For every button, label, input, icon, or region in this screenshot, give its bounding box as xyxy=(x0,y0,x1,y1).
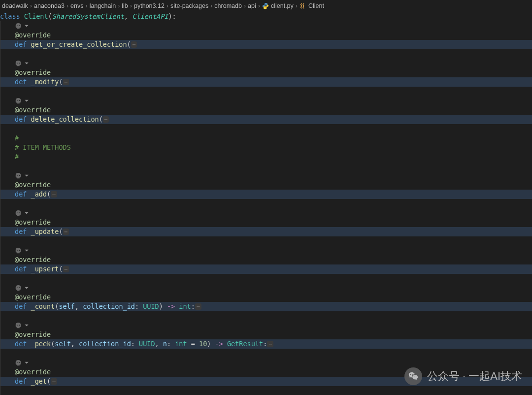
function-name: _upsert xyxy=(31,264,59,274)
chevron-down-icon[interactable] xyxy=(24,173,30,179)
code-line[interactable]: def get_or_create_collection(⋯ xyxy=(0,40,532,49)
code-line[interactable]: def _upsert(⋯ xyxy=(0,264,532,274)
code-line[interactable] xyxy=(0,162,532,171)
code-line[interactable]: def _add(⋯ xyxy=(0,190,532,199)
code-line[interactable] xyxy=(0,199,532,208)
param-collection-id: collection_id xyxy=(83,302,135,311)
code-line[interactable]: class Client(SharedSystemClient, ClientA… xyxy=(0,12,532,21)
chevron-right-icon: › xyxy=(130,2,132,9)
breadcrumb-item[interactable]: deadwalk xyxy=(2,2,28,9)
code-line[interactable] xyxy=(0,59,532,68)
breadcrumb-item[interactable]: anaconda3 xyxy=(34,2,65,9)
fold-ellipsis[interactable]: ⋯ xyxy=(103,116,109,123)
paren: ): xyxy=(168,12,176,21)
chevron-right-icon: › xyxy=(30,2,32,9)
copilot-icon[interactable] xyxy=(15,23,22,30)
code-line[interactable]: @override xyxy=(0,180,532,190)
breadcrumb-item[interactable]: api xyxy=(248,2,256,9)
copilot-icon[interactable] xyxy=(15,247,22,254)
code-line[interactable] xyxy=(0,236,532,246)
code-line[interactable] xyxy=(0,311,532,321)
code-line[interactable]: @override xyxy=(0,105,532,115)
arrow: -> xyxy=(215,339,223,349)
code-line[interactable]: # xyxy=(0,152,532,162)
code-line[interactable] xyxy=(0,274,532,283)
type-int: int xyxy=(179,302,191,311)
fold-ellipsis[interactable]: ⋯ xyxy=(63,266,69,272)
code-line[interactable] xyxy=(0,49,532,59)
copilot-icon[interactable] xyxy=(15,172,22,179)
code-line[interactable]: # ITEM METHODS xyxy=(0,143,532,152)
function-name: _count xyxy=(31,302,55,311)
code-line[interactable] xyxy=(0,321,532,330)
chevron-down-icon[interactable] xyxy=(24,210,30,216)
code-line[interactable]: @override xyxy=(0,31,532,40)
decorator: @override xyxy=(15,68,51,77)
copilot-icon[interactable] xyxy=(15,210,22,217)
breadcrumb-item[interactable]: langchain xyxy=(90,2,116,9)
chevron-right-icon: › xyxy=(118,2,120,9)
decorator: @override xyxy=(15,367,51,377)
code-line[interactable]: @override xyxy=(0,330,532,339)
keyword-def: def xyxy=(15,77,27,87)
fold-ellipsis[interactable]: ⋯ xyxy=(267,341,273,347)
code-line[interactable] xyxy=(0,246,532,255)
fold-ellipsis[interactable]: ⋯ xyxy=(131,41,137,48)
code-line[interactable] xyxy=(0,87,532,96)
code-line[interactable] xyxy=(0,171,532,180)
param-collection-id: collection_id xyxy=(79,339,131,349)
code-line[interactable] xyxy=(0,349,532,358)
breadcrumb-file[interactable]: client.py xyxy=(271,2,294,9)
function-name: delete_collection xyxy=(31,115,99,124)
code-line[interactable]: def _modify(⋯ xyxy=(0,77,532,87)
breadcrumb-item[interactable]: python3.12 xyxy=(134,2,165,9)
code-line[interactable] xyxy=(0,283,532,293)
breadcrumb-item[interactable]: lib xyxy=(122,2,128,9)
copilot-icon[interactable] xyxy=(15,60,22,67)
code-line[interactable]: @override xyxy=(0,68,532,77)
chevron-down-icon[interactable] xyxy=(24,360,30,366)
breadcrumb-item[interactable]: chromadb xyxy=(214,2,242,9)
code-line[interactable] xyxy=(0,96,532,105)
breadcrumb-item[interactable]: envs xyxy=(70,2,83,9)
code-line[interactable]: def _peek(self, collection_id: UUID, n: … xyxy=(0,339,532,349)
space xyxy=(20,12,24,21)
chevron-down-icon[interactable] xyxy=(24,248,30,254)
code-line[interactable]: @override xyxy=(0,255,532,264)
breadcrumb-symbol[interactable]: Client xyxy=(308,2,324,9)
chevron-right-icon: › xyxy=(244,2,246,9)
function-name: _get xyxy=(31,377,47,386)
function-name: _modify xyxy=(31,77,59,87)
fold-ellipsis[interactable]: ⋯ xyxy=(195,303,201,310)
fold-ellipsis[interactable]: ⋯ xyxy=(63,79,69,85)
code-editor[interactable]: class Client(SharedSystemClient, ClientA… xyxy=(0,12,532,395)
breadcrumb-item[interactable]: site-packages xyxy=(170,2,208,9)
code-line[interactable]: def delete_collection(⋯ xyxy=(0,115,532,124)
fold-ellipsis[interactable]: ⋯ xyxy=(63,229,69,235)
decorator: @override xyxy=(15,105,51,115)
keyword-def: def xyxy=(15,227,27,236)
code-line[interactable] xyxy=(0,358,532,367)
fold-ellipsis[interactable]: ⋯ xyxy=(51,191,57,198)
code-line[interactable] xyxy=(0,208,532,218)
chevron-down-icon[interactable] xyxy=(24,98,30,104)
code-line[interactable]: def _count(self, collection_id: UUID) ->… xyxy=(0,302,532,311)
chevron-down-icon[interactable] xyxy=(24,61,30,66)
param-self: self xyxy=(59,302,75,311)
chevron-down-icon[interactable] xyxy=(24,323,30,329)
code-line[interactable] xyxy=(0,386,532,395)
copilot-icon[interactable] xyxy=(15,322,22,329)
copilot-icon[interactable] xyxy=(15,285,22,292)
number-literal: 10 xyxy=(199,339,207,349)
code-line[interactable]: @override xyxy=(0,293,532,302)
chevron-down-icon[interactable] xyxy=(24,285,30,291)
copilot-icon[interactable] xyxy=(15,360,22,366)
fold-ellipsis[interactable]: ⋯ xyxy=(51,378,57,385)
copilot-icon[interactable] xyxy=(15,98,22,104)
code-line[interactable] xyxy=(0,21,532,31)
code-line[interactable] xyxy=(0,124,532,133)
code-line[interactable]: def _update(⋯ xyxy=(0,227,532,236)
code-line[interactable]: # xyxy=(0,133,532,143)
code-line[interactable]: @override xyxy=(0,218,532,227)
chevron-down-icon[interactable] xyxy=(24,23,30,29)
